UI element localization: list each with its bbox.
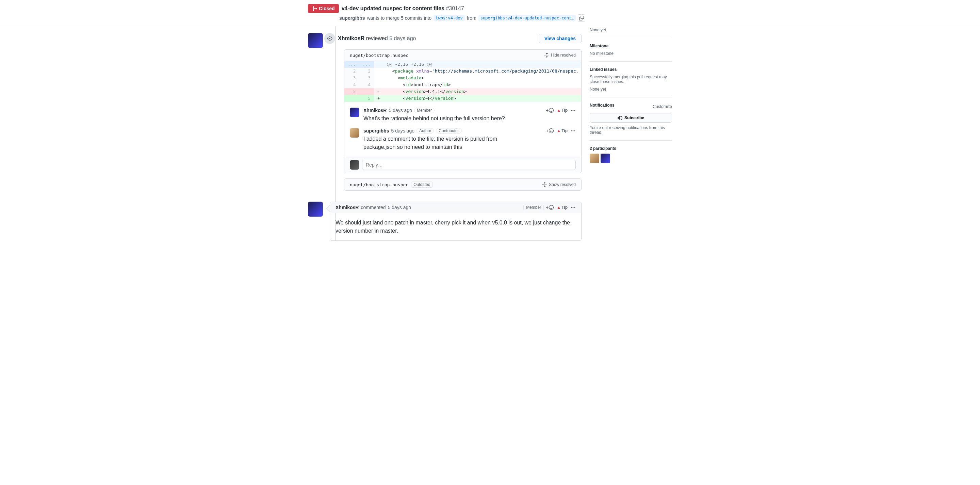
pr-number: #30147 [446,5,464,11]
sidebar-heading: Notifications [590,103,614,108]
line-num[interactable]: 2 [344,68,359,75]
unfold-icon [544,53,550,58]
inline-comments: XhmikosR 5 days ago Member + ▲ Tip [344,102,581,157]
hide-resolved-label: Hide resolved [551,53,576,57]
line-num-expand[interactable]: ... [344,61,359,68]
comment-menu-button[interactable] [570,108,576,113]
line-num[interactable]: 3 [344,75,359,81]
line-num[interactable]: 2 [359,68,374,75]
line-num[interactable]: 3 [359,75,374,81]
svg-point-16 [573,207,574,208]
show-resolved-button[interactable]: Show resolved [542,182,576,187]
eye-icon [327,36,332,41]
role-badge: Author [417,128,434,134]
line-num[interactable]: 5 [359,95,374,102]
pr-title[interactable]: v4-dev updated nuspec for content files [342,5,444,11]
comment-author[interactable]: XhmikosR [336,205,359,210]
file-path[interactable]: nuget/bootstrap.nuspec [350,53,408,58]
pr-sticky-header: Closed v4-dev updated nuspec for content… [0,0,980,26]
sidebar-linked-issues[interactable]: Linked issues Successfully merging this … [590,62,672,97]
add-reaction-button[interactable]: + [546,128,554,134]
reply-box [344,157,581,173]
add-reaction-button[interactable]: + [546,205,554,210]
sidebar-desc: Successfully merging this pull request m… [590,75,672,84]
comment-author[interactable]: supergibbs [363,128,389,134]
sidebar-milestone[interactable]: Milestone No milestone [590,38,672,62]
review-thread: nuget/bootstrap.nuspec Hide resolved ...… [344,49,582,173]
code-cell: <version>4.4.1</version> [383,88,582,95]
svg-point-13 [550,207,550,207]
comment-action: commented [361,205,385,210]
plus-label: + [546,205,549,210]
tip-button[interactable]: ▲ Tip [557,108,568,113]
tip-button[interactable]: ▲ Tip [557,128,568,133]
role-badge: Member [414,108,434,113]
comment-time[interactable]: 5 days ago [388,205,411,210]
comment-author[interactable]: XhmikosR [363,108,387,113]
svg-point-1 [550,110,550,110]
avatar[interactable] [308,202,323,217]
inline-comment: supergibbs 5 days ago Author Contributor… [350,125,576,154]
avatar[interactable] [350,108,360,117]
inline-comment: XhmikosR 5 days ago Member + ▲ Tip [350,105,576,125]
sidebar: None yet Milestone No milestone Linked i… [590,27,672,241]
view-changes-button[interactable]: View changes [539,34,582,43]
comment-body-text: We should just land one patch in master,… [330,213,581,241]
comment-time[interactable]: 5 days ago [388,108,412,113]
pr-author[interactable]: supergibbs [339,15,365,21]
subscribe-label: Subscribe [624,115,644,120]
avatar[interactable] [350,160,360,170]
sidebar-none-yet: None yet [590,27,672,32]
comment-time[interactable]: 5 days ago [391,128,414,134]
avatar[interactable] [308,33,323,48]
reply-input[interactable] [362,160,576,170]
tip-label: Tip [562,108,568,113]
base-branch[interactable]: twbs:v4-dev [434,15,465,21]
sidebar-value: None yet [590,87,672,92]
participant-avatar[interactable] [601,153,610,163]
svg-point-2 [552,110,552,110]
line-num[interactable]: 4 [359,81,374,88]
copy-branch-button[interactable] [578,14,585,22]
svg-point-3 [571,110,572,111]
review-time[interactable]: 5 days ago [389,35,416,41]
subscribe-button[interactable]: Subscribe [590,113,672,123]
comment-menu-button[interactable] [570,205,576,210]
file-path[interactable]: nuget/bootstrap.nuspec [350,182,408,187]
add-reaction-button[interactable]: + [546,108,554,113]
svg-point-14 [552,207,552,207]
line-num-expand[interactable]: ... [359,61,374,68]
svg-point-15 [571,207,572,208]
head-branch[interactable]: supergibbs:v4-dev-updated-nuspec-cont… [479,15,576,21]
svg-point-4 [573,110,574,111]
line-num[interactable]: 5 [344,88,359,95]
hunk-text: @@ -2,16 +2,16 @@ [383,61,582,68]
smiley-icon [549,128,554,134]
sidebar-heading: Linked issues [590,67,672,72]
svg-point-10 [573,131,574,131]
hide-resolved-button[interactable]: Hide resolved [544,53,576,58]
tip-button[interactable]: ▲ Tip [557,205,568,210]
plus-label: + [546,108,549,113]
svg-point-11 [574,131,576,131]
svg-point-17 [574,207,576,208]
avatar[interactable] [350,128,360,137]
role-badge: Contributor [436,128,461,134]
unfold-icon [542,182,547,187]
code-cell: <version>4</version> [383,95,582,102]
smiley-icon [549,205,554,210]
line-num[interactable]: 4 [344,81,359,88]
hunk-header: ... ... @@ -2,16 +2,16 @@ [344,61,582,68]
unmute-icon [617,115,622,120]
outdated-badge: Outdated [411,182,433,188]
review-event-badge [324,33,335,44]
plus-label: + [546,128,549,134]
kebab-icon [570,128,576,134]
reviewer-name[interactable]: XhmikosR [338,35,364,41]
sidebar-notifications: Notifications Customize Subscribe You're… [590,97,672,140]
comment-menu-button[interactable] [570,128,576,134]
customize-link[interactable]: Customize [653,104,672,109]
review-thread-collapsed: nuget/bootstrap.nuspec Outdated Show res… [344,179,582,191]
code-cell: <id>bootstrap</id> [383,81,582,88]
participant-avatar[interactable] [590,153,599,163]
